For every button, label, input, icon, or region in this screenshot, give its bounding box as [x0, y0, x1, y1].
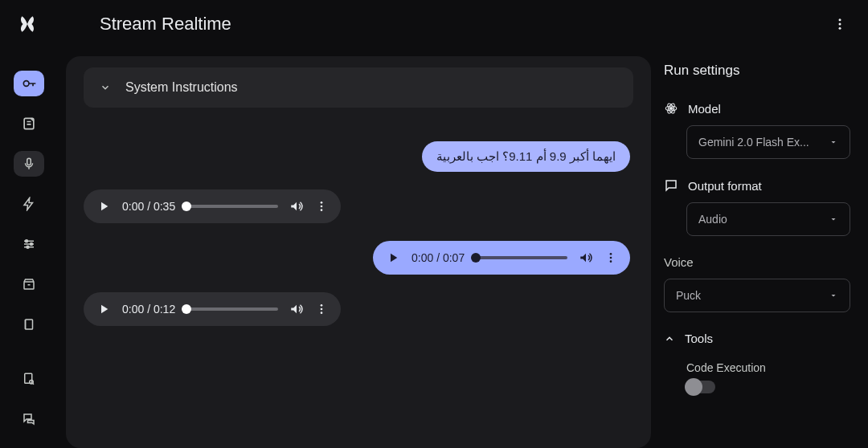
svg-point-2 [839, 27, 841, 30]
svg-point-22 [670, 108, 673, 110]
audio-time: 0:00 / 0:12 [122, 303, 175, 316]
user-audio-row: 0:00 / 0:07 [84, 241, 633, 275]
output-format-label-row: Output format [664, 178, 850, 193]
chevron-down-icon [829, 291, 838, 300]
atom-icon [664, 101, 678, 116]
tools-toggle[interactable]: Tools [664, 332, 850, 345]
sidebar-item-archive[interactable] [14, 271, 44, 297]
svg-point-1 [839, 23, 841, 26]
output-format-select[interactable]: Audio [686, 202, 850, 236]
top-bar: Stream Realtime [0, 0, 868, 48]
svg-point-19 [321, 304, 323, 307]
audio-player-3: 0:00 / 0:12 [84, 292, 341, 326]
svg-point-7 [31, 243, 33, 246]
model-value: Gemini 2.0 Flash Ex... [698, 136, 809, 149]
svg-point-17 [610, 257, 612, 259]
svg-rect-5 [27, 158, 31, 165]
main-panel: System Instructions ايهما أكبر 9.9 أم 9.… [58, 48, 659, 448]
svg-point-20 [321, 308, 323, 311]
model-label-row: Model [664, 101, 850, 116]
svg-point-16 [610, 253, 612, 255]
chevron-down-icon [829, 214, 838, 224]
sidebar-item-chat[interactable] [14, 406, 44, 432]
voice-select[interactable]: Puck [664, 279, 850, 312]
audio-player-1: 0:00 / 0:35 [84, 189, 341, 223]
audio-more-icon[interactable] [604, 251, 617, 264]
svg-point-15 [321, 209, 323, 211]
model-select[interactable]: Gemini 2.0 Flash Ex... [686, 125, 850, 159]
audio-time: 0:00 / 0:35 [122, 200, 175, 213]
sidebar-item-sliders[interactable] [14, 231, 44, 257]
audio-more-icon[interactable] [315, 303, 328, 316]
svg-point-18 [610, 260, 612, 263]
code-execution-label: Code Execution [686, 361, 850, 374]
svg-point-8 [27, 246, 29, 248]
message-icon [664, 178, 678, 193]
system-instructions-label: System Instructions [125, 80, 238, 95]
model-label: Model [688, 102, 721, 116]
chevron-down-icon [829, 137, 838, 147]
audio-progress[interactable] [476, 256, 567, 259]
audio-more-icon[interactable] [315, 200, 328, 213]
settings-title: Run settings [664, 63, 850, 79]
sidebar-item-key[interactable] [14, 71, 44, 96]
sidebar [0, 48, 58, 448]
play-icon[interactable] [96, 302, 111, 316]
svg-rect-11 [25, 373, 32, 383]
sidebar-item-mic[interactable] [14, 151, 44, 177]
assistant-audio-row-2: 0:00 / 0:12 [84, 292, 633, 326]
svg-point-3 [23, 81, 29, 87]
play-icon[interactable] [96, 199, 111, 214]
audio-progress[interactable] [186, 307, 278, 311]
code-execution-toggle[interactable] [686, 381, 715, 393]
sidebar-item-book[interactable] [14, 312, 44, 337]
sidebar-item-search-doc[interactable] [14, 366, 44, 392]
svg-point-13 [321, 202, 323, 204]
volume-icon[interactable] [289, 302, 304, 316]
svg-point-6 [26, 240, 28, 242]
volume-icon[interactable] [579, 250, 593, 265]
voice-label: Voice [664, 255, 850, 269]
assistant-audio-row-1: 0:00 / 0:35 [84, 189, 633, 223]
chevron-down-icon [100, 82, 111, 93]
tools-label: Tools [685, 332, 713, 345]
svg-point-14 [321, 206, 323, 208]
play-icon[interactable] [386, 250, 400, 265]
page-title: Stream Realtime [100, 14, 828, 35]
svg-point-21 [321, 312, 323, 314]
sidebar-item-flash[interactable] [14, 191, 44, 217]
volume-icon[interactable] [289, 199, 304, 214]
svg-point-0 [839, 18, 841, 21]
output-format-value: Audio [698, 213, 727, 226]
settings-panel: Run settings Model Gemini 2.0 Flash Ex..… [659, 48, 868, 448]
header-more-icon[interactable] [828, 12, 852, 36]
chevron-up-icon [664, 333, 675, 344]
svg-rect-10 [26, 320, 33, 329]
chat-panel: System Instructions ايهما أكبر 9.9 أم 9.… [66, 56, 651, 448]
user-message-row: ايهما أكبر 9.9 أم 9.11؟ اجب بالعربية [84, 141, 633, 172]
system-instructions-toggle[interactable]: System Instructions [84, 67, 633, 108]
user-text-bubble: ايهما أكبر 9.9 أم 9.11؟ اجب بالعربية [422, 141, 630, 172]
output-format-label: Output format [688, 179, 762, 193]
audio-progress[interactable] [186, 205, 278, 208]
voice-value: Puck [676, 289, 701, 302]
audio-player-2: 0:00 / 0:07 [373, 241, 630, 275]
body: System Instructions ايهما أكبر 9.9 أم 9.… [0, 48, 868, 448]
app-logo [16, 13, 39, 35]
sidebar-item-notes[interactable] [14, 111, 44, 136]
audio-time: 0:00 / 0:07 [411, 251, 465, 264]
